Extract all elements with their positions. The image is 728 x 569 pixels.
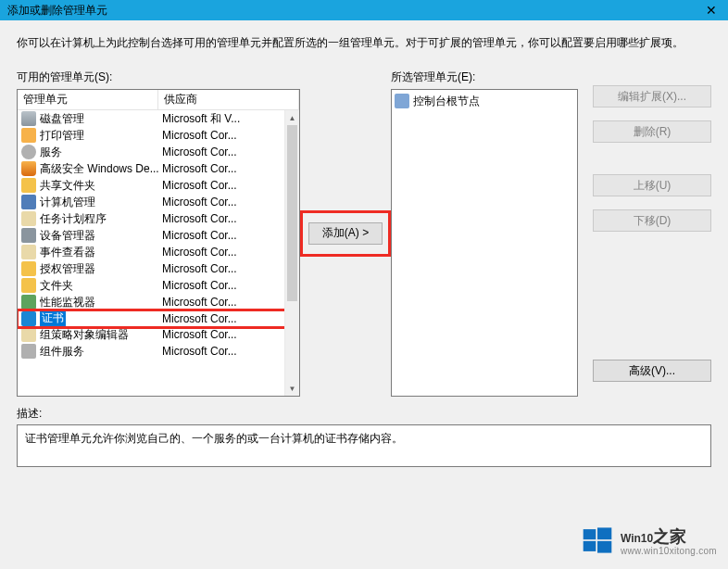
snapin-vendor: Microsoft Cor...	[158, 262, 237, 275]
list-item[interactable]: 文件夹Microsoft Cor...	[18, 277, 299, 294]
snapin-vendor: Microsoft Cor...	[158, 212, 237, 225]
svg-rect-1	[597, 527, 611, 539]
list-body: 磁盘管理Microsoft 和 V...打印管理Microsoft Cor...…	[18, 110, 299, 396]
watermark-url: www.win10xitong.com	[621, 546, 717, 556]
snapin-vendor: Microsoft Cor...	[158, 312, 237, 325]
list-item[interactable]: 事件查看器Microsoft Cor...	[18, 244, 299, 260]
snapin-vendor: Microsoft Cor...	[158, 129, 237, 142]
list-item[interactable]: 计算机管理Microsoft Cor...	[18, 194, 299, 210]
snapin-vendor: Microsoft Cor...	[158, 296, 237, 309]
available-panel: 可用的管理单元(S): 管理单元 供应商 磁盘管理Microsoft 和 V..…	[17, 70, 300, 397]
list-item[interactable]: 磁盘管理Microsoft 和 V...	[18, 110, 299, 127]
console-root-icon	[395, 94, 409, 108]
advanced-button[interactable]: 高级(V)...	[593, 360, 711, 382]
list-item[interactable]: 组策略对象编辑器Microsoft Cor...	[18, 326, 299, 343]
list-item[interactable]: 授权管理器Microsoft Cor...	[18, 260, 299, 277]
snapin-name: 证书	[40, 310, 158, 326]
snapin-name: 事件查看器	[40, 245, 158, 260]
snapin-icon	[21, 311, 36, 326]
snapin-vendor: Microsoft Cor...	[158, 196, 237, 209]
mid-panel: 添加(A) >	[300, 70, 391, 397]
add-button[interactable]: 添加(A) >	[308, 222, 383, 245]
snapin-vendor: Microsoft Cor...	[158, 145, 237, 158]
available-label: 可用的管理单元(S):	[17, 70, 300, 85]
svg-rect-0	[584, 529, 596, 539]
snapin-name: 文件夹	[40, 278, 158, 294]
list-item[interactable]: 设备管理器Microsoft Cor...	[18, 227, 299, 244]
move-down-button[interactable]: 下移(D)	[593, 209, 711, 232]
snapin-icon	[21, 178, 36, 193]
snapin-vendor: Microsoft Cor...	[158, 279, 237, 292]
edit-extensions-button[interactable]: 编辑扩展(X)...	[593, 85, 711, 107]
snapin-name: 磁盘管理	[40, 111, 158, 127]
snapin-vendor: Microsoft Cor...	[158, 179, 237, 192]
move-up-button[interactable]: 上移(U)	[593, 174, 711, 196]
snapin-name: 服务	[40, 145, 158, 160]
snapin-vendor: Microsoft Cor...	[158, 162, 237, 175]
list-item[interactable]: 打印管理Microsoft Cor...	[18, 127, 299, 144]
panels: 可用的管理单元(S): 管理单元 供应商 磁盘管理Microsoft 和 V..…	[17, 70, 711, 397]
scroll-up-icon[interactable]: ▲	[285, 110, 299, 125]
selected-tree[interactable]: 控制台根节点	[391, 89, 578, 397]
list-item[interactable]: 证书Microsoft Cor...	[18, 310, 299, 327]
snapin-icon	[21, 211, 36, 226]
selected-label: 所选管理单元(E):	[391, 70, 578, 85]
snapin-vendor: Microsoft Cor...	[158, 246, 237, 259]
snapin-name: 组件服务	[40, 344, 158, 360]
snapin-vendor: Microsoft Cor...	[158, 345, 237, 358]
list-item[interactable]: 高级安全 Windows De...Microsoft Cor...	[18, 160, 299, 177]
list-item[interactable]: 组件服务Microsoft Cor...	[18, 343, 299, 360]
titlebar: 添加或删除管理单元 ✕	[0, 0, 728, 20]
snapin-icon	[21, 261, 36, 276]
root-node-label: 控制台根节点	[413, 94, 480, 109]
snapin-icon	[21, 344, 36, 359]
add-button-highlight: 添加(A) >	[300, 210, 391, 257]
available-listbox[interactable]: 管理单元 供应商 磁盘管理Microsoft 和 V...打印管理Microso…	[17, 89, 300, 397]
snapin-icon	[21, 145, 36, 159]
svg-rect-2	[584, 541, 596, 551]
snapin-name: 打印管理	[40, 128, 158, 144]
side-buttons: 编辑扩展(X)... 删除(R) 上移(U) 下移(D) 高级(V)...	[578, 70, 711, 397]
scroll-down-icon[interactable]: ▼	[285, 381, 299, 396]
list-item[interactable]: 共享文件夹Microsoft Cor...	[18, 177, 299, 194]
scrollbar[interactable]: ▲ ▼	[284, 110, 299, 396]
selected-panel: 所选管理单元(E): 控制台根节点	[391, 70, 578, 397]
snapin-icon	[21, 111, 36, 126]
snapin-vendor: Microsoft Cor...	[158, 328, 237, 341]
close-icon[interactable]: ✕	[702, 3, 721, 18]
remove-button[interactable]: 删除(R)	[593, 120, 711, 143]
snapin-name: 设备管理器	[40, 228, 158, 244]
scroll-thumb[interactable]	[287, 125, 297, 301]
snapin-name: 授权管理器	[40, 261, 158, 277]
snapin-icon	[21, 228, 36, 243]
snapin-icon	[21, 327, 36, 342]
snapin-name: 性能监视器	[40, 295, 158, 310]
intro-text: 你可以在计算机上为此控制台选择可用的管理单元并配置所选的一组管理单元。对于可扩展…	[17, 35, 711, 51]
snapin-icon	[21, 161, 36, 176]
col-snapins[interactable]: 管理单元	[18, 90, 158, 109]
snapin-icon	[21, 128, 36, 143]
col-vendor[interactable]: 供应商	[158, 90, 299, 109]
list-item[interactable]: 性能监视器Microsoft Cor...	[18, 294, 299, 310]
window-title: 添加或删除管理单元	[7, 3, 107, 19]
list-item[interactable]: 服务Microsoft Cor...	[18, 144, 299, 160]
snapin-icon	[21, 278, 36, 293]
description-label: 描述:	[17, 406, 711, 422]
snapin-name: 组策略对象编辑器	[40, 327, 158, 343]
root-node[interactable]: 控制台根节点	[395, 93, 574, 109]
snapin-vendor: Microsoft Cor...	[158, 229, 237, 242]
description-box: 证书管理单元允许你浏览自己的、一个服务的或一台计算机的证书存储内容。	[17, 424, 711, 467]
snapin-name: 计算机管理	[40, 195, 158, 210]
windows-logo-icon	[582, 525, 613, 556]
snapin-name: 共享文件夹	[40, 178, 158, 194]
snapin-icon	[21, 245, 36, 259]
snapin-icon	[21, 195, 36, 209]
watermark: Win10之家 www.win10xitong.com	[582, 525, 717, 556]
svg-rect-3	[597, 541, 611, 553]
dialog-content: 你可以在计算机上为此控制台选择可用的管理单元并配置所选的一组管理单元。对于可扩展…	[0, 20, 728, 476]
watermark-brand: Win10之家	[621, 525, 717, 546]
snapin-name: 任务计划程序	[40, 211, 158, 227]
list-item[interactable]: 任务计划程序Microsoft Cor...	[18, 210, 299, 227]
list-header: 管理单元 供应商	[18, 90, 299, 110]
snapin-vendor: Microsoft 和 V...	[158, 111, 240, 127]
